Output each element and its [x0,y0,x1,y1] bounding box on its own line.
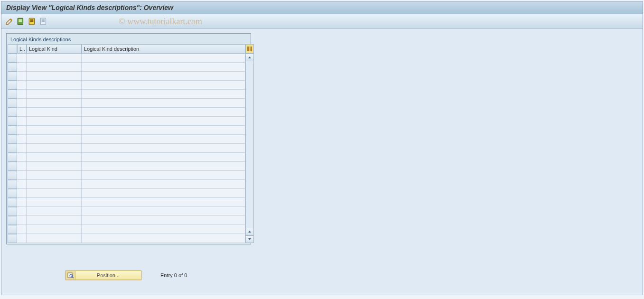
scroll-track[interactable] [245,61,254,228]
cell-desc[interactable] [82,126,245,135]
cell-kind[interactable] [27,81,82,90]
row-selector[interactable] [8,225,17,234]
table-row[interactable] [8,54,245,63]
table-row[interactable] [8,99,245,108]
cell-kind[interactable] [27,144,82,153]
cell-kind[interactable] [27,72,82,81]
row-selector[interactable] [8,108,17,117]
row-selector[interactable] [8,99,17,108]
cell-lang[interactable] [17,225,27,234]
cell-desc[interactable] [82,216,245,225]
table-row[interactable] [8,225,245,234]
cell-kind[interactable] [27,225,82,234]
cell-lang[interactable] [17,108,27,117]
cell-kind[interactable] [27,90,82,99]
row-selector[interactable] [8,72,17,81]
table-config-button[interactable] [245,44,254,54]
table-row[interactable] [8,189,245,198]
scroll-down-icon[interactable] [245,235,254,243]
row-selector[interactable] [8,198,17,207]
cell-desc[interactable] [82,189,245,198]
cell-lang[interactable] [17,90,27,99]
table-row[interactable] [8,207,245,216]
cell-desc[interactable] [82,108,245,117]
cell-lang[interactable] [17,135,27,144]
cell-kind[interactable] [27,207,82,216]
table-row[interactable] [8,144,245,153]
column-header-kind[interactable]: Logical Kind [27,44,82,54]
row-selector[interactable] [8,234,17,243]
table-row[interactable] [8,153,245,162]
row-selector[interactable] [8,126,17,135]
cell-lang[interactable] [17,180,27,189]
table-row[interactable] [8,90,245,99]
cell-kind[interactable] [27,216,82,225]
table-row[interactable] [8,108,245,117]
table-row[interactable] [8,216,245,225]
cell-lang[interactable] [17,189,27,198]
scroll-up-icon[interactable] [245,54,254,61]
cell-desc[interactable] [82,180,245,189]
table-row[interactable] [8,162,245,171]
scroll-up2-icon[interactable] [245,228,254,235]
table-row[interactable] [8,63,245,72]
cell-kind[interactable] [27,234,82,243]
cell-lang[interactable] [17,63,27,72]
cell-lang[interactable] [17,144,27,153]
cell-lang[interactable] [17,162,27,171]
cell-kind[interactable] [27,63,82,72]
cell-desc[interactable] [82,81,245,90]
cell-lang[interactable] [17,54,27,63]
cell-kind[interactable] [27,108,82,117]
cell-kind[interactable] [27,153,82,162]
column-header-desc[interactable]: Logical Kind description [82,44,245,54]
table-row[interactable] [8,135,245,144]
cell-desc[interactable] [82,63,245,72]
cell-desc[interactable] [82,198,245,207]
cell-kind[interactable] [27,162,82,171]
column-header-selector[interactable] [8,44,17,54]
cell-desc[interactable] [82,234,245,243]
row-selector[interactable] [8,207,17,216]
row-selector[interactable] [8,216,17,225]
cell-lang[interactable] [17,126,27,135]
cell-desc[interactable] [82,225,245,234]
table-row[interactable] [8,198,245,207]
table-row[interactable] [8,72,245,81]
row-selector[interactable] [8,162,17,171]
cell-lang[interactable] [17,207,27,216]
table-row[interactable] [8,81,245,90]
cell-lang[interactable] [17,72,27,81]
cell-lang[interactable] [17,216,27,225]
row-selector[interactable] [8,171,17,180]
table-row[interactable] [8,171,245,180]
cell-desc[interactable] [82,207,245,216]
cell-lang[interactable] [17,153,27,162]
cell-desc[interactable] [82,117,245,126]
cell-desc[interactable] [82,54,245,63]
cell-kind[interactable] [27,189,82,198]
row-selector[interactable] [8,135,17,144]
position-button[interactable]: Position... [65,271,141,280]
row-selector[interactable] [8,180,17,189]
cell-lang[interactable] [17,117,27,126]
row-selector[interactable] [8,81,17,90]
cell-desc[interactable] [82,162,245,171]
cell-kind[interactable] [27,180,82,189]
cell-kind[interactable] [27,99,82,108]
cell-lang[interactable] [17,198,27,207]
table-row[interactable] [8,234,245,243]
deselect-all-icon[interactable] [39,17,48,26]
cell-desc[interactable] [82,99,245,108]
cell-lang[interactable] [17,234,27,243]
cell-kind[interactable] [27,135,82,144]
select-block-icon[interactable] [28,17,37,26]
cell-kind[interactable] [27,54,82,63]
cell-desc[interactable] [82,72,245,81]
cell-desc[interactable] [82,153,245,162]
table-row[interactable] [8,180,245,189]
cell-kind[interactable] [27,198,82,207]
cell-kind[interactable] [27,171,82,180]
row-selector[interactable] [8,90,17,99]
row-selector[interactable] [8,144,17,153]
